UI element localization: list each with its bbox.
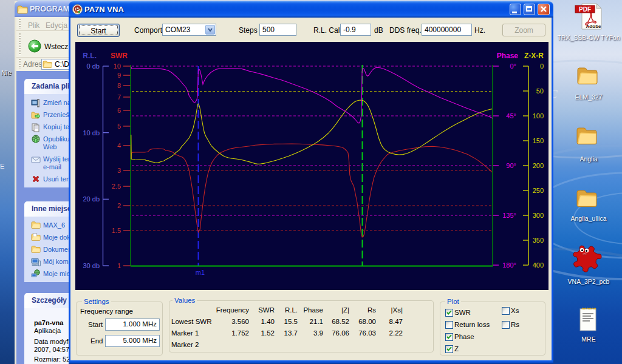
svg-text:9: 9 bbox=[117, 72, 121, 79]
svg-text:8: 8 bbox=[117, 82, 121, 89]
svg-text:2: 2 bbox=[117, 202, 121, 209]
svg-text:5: 5 bbox=[117, 123, 121, 130]
svg-text:50: 50 bbox=[536, 87, 544, 95]
svg-text:20 db: 20 db bbox=[83, 195, 100, 203]
svg-text:1.5: 1.5 bbox=[112, 227, 121, 234]
svg-text:135°: 135° bbox=[502, 212, 516, 219]
svg-text:6: 6 bbox=[117, 107, 121, 114]
svg-text:PDF: PDF bbox=[579, 6, 591, 13]
svg-text:400: 400 bbox=[533, 261, 544, 269]
svg-text:7: 7 bbox=[117, 93, 121, 101]
svg-text:0°: 0° bbox=[510, 62, 516, 70]
svg-text:m1: m1 bbox=[196, 269, 205, 276]
svg-text:Z-X-R: Z-X-R bbox=[524, 52, 544, 60]
svg-text:1: 1 bbox=[117, 262, 121, 269]
svg-text:10: 10 bbox=[114, 62, 121, 70]
svg-text:350: 350 bbox=[533, 237, 544, 244]
svg-text:4: 4 bbox=[117, 142, 121, 149]
svg-text:30 db: 30 db bbox=[83, 262, 100, 269]
svg-text:E: E bbox=[0, 163, 4, 170]
svg-text:10 db: 10 db bbox=[83, 129, 100, 136]
svg-text:SWR: SWR bbox=[111, 52, 128, 60]
svg-text:3: 3 bbox=[117, 167, 121, 174]
svg-text:45°: 45° bbox=[506, 112, 516, 120]
svg-text:250: 250 bbox=[533, 187, 544, 194]
svg-text:Nie: Nie bbox=[1, 69, 12, 76]
svg-text:150: 150 bbox=[533, 137, 544, 144]
svg-text:2.5: 2.5 bbox=[112, 183, 121, 190]
svg-text:0 db: 0 db bbox=[87, 62, 100, 70]
svg-text:0: 0 bbox=[540, 62, 544, 70]
svg-text:200: 200 bbox=[533, 162, 544, 169]
svg-text:180°: 180° bbox=[502, 261, 516, 269]
svg-text:R.L.: R.L. bbox=[83, 52, 97, 60]
svg-text:90°: 90° bbox=[506, 162, 516, 169]
svg-text:300: 300 bbox=[533, 212, 544, 219]
svg-text:Phase: Phase bbox=[497, 52, 519, 60]
svg-text:100: 100 bbox=[533, 112, 544, 120]
